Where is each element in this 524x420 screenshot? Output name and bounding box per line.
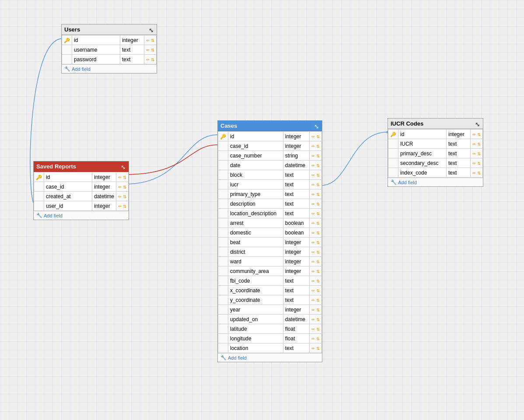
key-cell xyxy=(218,295,228,305)
key-cell xyxy=(218,305,228,315)
field-name-cell: location xyxy=(228,343,283,353)
field-name-cell: longitude xyxy=(228,334,283,343)
field-type-cell: text xyxy=(283,286,309,295)
action-cell[interactable]: ✏ ⇅ xyxy=(310,266,322,276)
field-name-cell: id xyxy=(228,132,283,141)
action-cell[interactable]: ✏ ⇅ xyxy=(116,201,129,211)
saved-reports-resize-icon[interactable]: ⤡ xyxy=(121,164,126,169)
action-cell[interactable]: ✏ ⇅ xyxy=(310,324,322,334)
action-cell[interactable]: ✏ ⇅ xyxy=(310,189,322,199)
action-cell[interactable]: ✏ ⇅ xyxy=(116,172,129,182)
field-type-cell: integer xyxy=(92,201,116,211)
action-cell[interactable]: ✏ ⇅ xyxy=(310,141,322,151)
add-field-row: 🔧 Add field xyxy=(62,64,157,73)
action-cell[interactable]: ✏ ⇅ xyxy=(310,151,322,161)
field-type-cell: datetime xyxy=(92,192,116,201)
action-cell[interactable]: ✏ ⇅ xyxy=(310,276,322,286)
key-cell xyxy=(388,168,398,178)
action-cell[interactable]: ✏ ⇅ xyxy=(310,218,322,228)
cases-resize-icon[interactable]: ⤡ xyxy=(314,123,319,129)
action-cell[interactable]: ✏ ⇅ xyxy=(310,228,322,238)
table-row: block text ✏ ⇅ xyxy=(218,170,322,180)
field-type-cell: text xyxy=(447,149,471,158)
field-type-cell: text xyxy=(447,139,471,149)
action-cell[interactable]: ✏ ⇅ xyxy=(116,192,129,201)
key-cell xyxy=(218,199,228,209)
field-name-cell: beat xyxy=(228,238,283,247)
action-cell[interactable]: ✏ ⇅ xyxy=(310,180,322,189)
table-row: arrest boolean ✏ ⇅ xyxy=(218,218,322,228)
key-cell xyxy=(218,238,228,247)
action-cell[interactable]: ✏ ⇅ xyxy=(116,182,129,192)
key-cell xyxy=(218,334,228,343)
table-row: case_number string ✏ ⇅ xyxy=(218,151,322,161)
users-resize-icon[interactable]: ⤡ xyxy=(149,27,154,32)
key-cell xyxy=(34,182,44,192)
wrench-icon: 🔧 xyxy=(36,213,42,218)
action-cell[interactable]: ✏ ⇅ xyxy=(310,334,322,343)
action-cell[interactable]: ✏ ⇅ xyxy=(471,139,483,149)
users-table-title: Users xyxy=(64,26,80,33)
action-cell[interactable]: ✏ ⇅ xyxy=(310,305,322,315)
table-row: 🔑 id integer ✏ ⇅ xyxy=(34,172,129,182)
key-icon: 🔑 xyxy=(220,134,226,139)
action-cell[interactable]: ✏ ⇅ xyxy=(471,158,483,168)
saved-reports-table-title: Saved Reports xyxy=(36,163,76,170)
field-type-cell: text xyxy=(120,45,144,55)
action-cell[interactable]: ✏ ⇅ xyxy=(310,132,322,141)
field-type-cell: integer xyxy=(447,130,471,139)
field-type-cell: text xyxy=(283,170,309,180)
key-cell xyxy=(218,247,228,257)
action-cell[interactable]: ✏ ⇅ xyxy=(310,286,322,295)
action-cell[interactable]: ✏ ⇅ xyxy=(310,295,322,305)
add-field-row: 🔧 Add field xyxy=(388,178,483,186)
iucr-codes-table: IUCR Codes ⤡ 🔑 id integer ✏ ⇅ IUCR text … xyxy=(388,118,483,187)
field-type-cell: integer xyxy=(120,35,144,45)
key-cell xyxy=(218,161,228,170)
field-type-cell: float xyxy=(283,324,309,334)
users-table: Users ⤡ 🔑 id integer ✏ ⇅ username text ✏… xyxy=(61,24,157,74)
field-name-cell: password xyxy=(72,55,120,64)
table-row: y_coordinate text ✏ ⇅ xyxy=(218,295,322,305)
action-cell[interactable]: ✏ ⇅ xyxy=(310,199,322,209)
field-name-cell: index_code xyxy=(398,168,447,178)
add-field-link[interactable]: 🔧 Add field xyxy=(64,66,154,72)
field-name-cell: case_id xyxy=(228,141,283,151)
action-cell[interactable]: ✏ ⇅ xyxy=(144,55,157,64)
action-cell[interactable]: ✏ ⇅ xyxy=(471,168,483,178)
field-name-cell: secondary_desc xyxy=(398,158,447,168)
iucr-codes-resize-icon[interactable]: ⤡ xyxy=(475,121,480,126)
action-cell[interactable]: ✏ ⇅ xyxy=(310,170,322,180)
table-row: IUCR text ✏ ⇅ xyxy=(388,139,483,149)
field-type-cell: text xyxy=(283,199,309,209)
saved-reports-table-header[interactable]: Saved Reports ⤡ xyxy=(34,161,129,172)
action-cell[interactable]: ✏ ⇅ xyxy=(310,257,322,266)
action-cell[interactable]: ✏ ⇅ xyxy=(310,238,322,247)
table-row: case_id integer ✏ ⇅ xyxy=(218,141,322,151)
action-cell[interactable]: ✏ ⇅ xyxy=(310,247,322,257)
add-field-row: 🔧 Add field xyxy=(34,211,129,220)
saved-reports-add-field-link[interactable]: 🔧 Add field xyxy=(36,213,126,218)
key-cell: 🔑 xyxy=(62,35,72,45)
iucr-codes-add-field-link[interactable]: 🔧 Add field xyxy=(391,179,480,185)
users-table-header[interactable]: Users ⤡ xyxy=(62,24,157,35)
action-cell[interactable]: ✏ ⇅ xyxy=(144,45,157,55)
action-cell[interactable]: ✏ ⇅ xyxy=(471,149,483,158)
table-row: primary_desc text ✏ ⇅ xyxy=(388,149,483,158)
table-row: ward integer ✏ ⇅ xyxy=(218,257,322,266)
action-cell[interactable]: ✏ ⇅ xyxy=(144,35,157,45)
action-cell[interactable]: ✏ ⇅ xyxy=(310,315,322,324)
key-cell xyxy=(218,324,228,334)
action-cell[interactable]: ✏ ⇅ xyxy=(310,343,322,353)
action-cell[interactable]: ✏ ⇅ xyxy=(310,161,322,170)
iucr-codes-table-header[interactable]: IUCR Codes ⤡ xyxy=(388,119,483,129)
action-cell[interactable]: ✏ ⇅ xyxy=(310,209,322,218)
key-icon: 🔑 xyxy=(64,38,70,43)
field-name-cell: ward xyxy=(228,257,283,266)
action-cell[interactable]: ✏ ⇅ xyxy=(471,130,483,139)
key-cell xyxy=(218,170,228,180)
table-row: iucr text ✏ ⇅ xyxy=(218,180,322,189)
field-type-cell: text xyxy=(283,276,309,286)
cases-table-header[interactable]: Cases ⤡ xyxy=(218,121,322,131)
cases-add-field-link[interactable]: 🔧 Add field xyxy=(220,355,319,360)
